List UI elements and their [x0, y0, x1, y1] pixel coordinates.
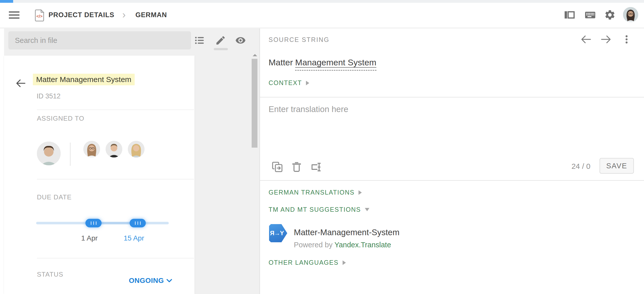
svg-text:</>: </> [36, 14, 42, 19]
string-id: ID 3512 [37, 92, 61, 100]
edit-active-indicator [214, 48, 228, 50]
translation-input[interactable] [264, 101, 623, 155]
assignee-avatar-main[interactable] [37, 142, 61, 165]
assignee-avatar-2[interactable] [106, 141, 122, 157]
mt-suggestion-text[interactable]: Matter-Management-System [294, 228, 399, 237]
back-arrow-icon[interactable] [16, 78, 26, 88]
more-options-icon[interactable] [621, 34, 632, 45]
strings-list-icon[interactable] [194, 35, 205, 46]
yandex-translate-badge-icon[interactable]: Я→Y [269, 224, 287, 242]
other-languages-toggle[interactable]: OTHER LANGUAGES [269, 259, 346, 266]
german-translations-label: GERMAN TRANSLATIONS [269, 189, 354, 196]
accent-strip [0, 0, 13, 3]
preview-eye-icon[interactable] [235, 35, 246, 46]
file-code-icon: </> [34, 9, 45, 22]
avatar-separator [70, 143, 70, 166]
divider [37, 179, 194, 179]
assignee-avatar-3[interactable] [128, 141, 145, 157]
previous-string-icon[interactable] [581, 34, 592, 45]
german-translations-toggle[interactable]: GERMAN TRANSLATIONS [269, 189, 362, 196]
due-date-label: DUE DATE [37, 193, 72, 201]
mt-suggestion-attribution: Powered by Yandex.Translate [294, 241, 391, 249]
next-string-icon[interactable] [600, 34, 611, 45]
source-string-label: SOURCE STRING [269, 36, 329, 43]
powered-by-text: Powered by [294, 241, 332, 249]
status-value-text: ONGOING [129, 277, 164, 285]
assignee-avatar-1[interactable] [83, 141, 100, 157]
divider [37, 110, 194, 110]
scrollbar-up-arrow[interactable] [253, 54, 257, 56]
triangle-right-icon [359, 190, 362, 195]
due-date-start-handle[interactable] [85, 219, 102, 227]
char-counter: 24 / 0 [563, 162, 590, 171]
delete-translation-icon[interactable] [291, 161, 303, 173]
divider [37, 258, 194, 258]
edit-pencil-icon[interactable] [215, 35, 226, 46]
string-title[interactable]: Matter Management System [33, 74, 135, 85]
chevron-down-icon [166, 279, 172, 283]
breadcrumb-language[interactable]: GERMAN [135, 11, 167, 19]
status-label: STATUS [37, 271, 63, 278]
tm-mt-suggestions-label: TM AND MT SUGGESTIONS [269, 206, 361, 213]
provider-link[interactable]: Yandex.Translate [335, 241, 391, 249]
yandex-badge-text: Я→Y [270, 230, 284, 237]
triangle-right-icon [343, 260, 346, 265]
other-languages-label: OTHER LANGUAGES [269, 259, 339, 266]
breadcrumb-separator-icon: › [122, 9, 126, 20]
source-string-text: MatterManagement System [269, 58, 376, 67]
due-date-end-handle[interactable] [130, 219, 146, 227]
browser-strip [0, 0, 644, 3]
triangle-down-icon [365, 208, 369, 211]
select-text-icon[interactable] [310, 161, 322, 173]
context-label: CONTEXT [269, 79, 302, 87]
scrollbar-thumb[interactable] [252, 59, 257, 148]
settings-gear-icon[interactable] [604, 9, 616, 21]
user-avatar[interactable] [623, 7, 638, 22]
editor-divider-bottom [260, 180, 644, 181]
due-date-end-value[interactable]: 15 Apr [114, 234, 154, 242]
breadcrumb-project-details[interactable]: PROJECT DETAILS [49, 11, 114, 19]
string-details-card: Matter Management System ID 3512 ASSIGNE… [4, 56, 195, 294]
source-term-highlight[interactable]: Management System [295, 58, 376, 71]
status-dropdown[interactable]: ONGOING [129, 277, 172, 285]
due-date-start-value[interactable]: 1 Apr [69, 234, 110, 242]
menu-icon[interactable] [9, 11, 19, 19]
triangle-right-icon [306, 81, 309, 85]
source-plain-text: Matter [269, 58, 293, 67]
panel-divider [259, 29, 260, 294]
keyboard-icon[interactable] [584, 9, 596, 21]
editor-divider-top [260, 97, 644, 97]
tm-mt-suggestions-toggle[interactable]: TM AND MT SUGGESTIONS [269, 206, 369, 213]
assigned-to-label: ASSIGNED TO [37, 115, 84, 122]
translation-editor-app: </> PROJECT DETAILS › GERMAN [0, 0, 644, 294]
panel-toggle-icon[interactable] [564, 9, 575, 21]
copy-source-icon[interactable] [271, 161, 283, 173]
context-toggle[interactable]: CONTEXT [269, 79, 309, 87]
save-button[interactable]: SAVE [600, 158, 634, 174]
search-input[interactable] [8, 31, 191, 49]
